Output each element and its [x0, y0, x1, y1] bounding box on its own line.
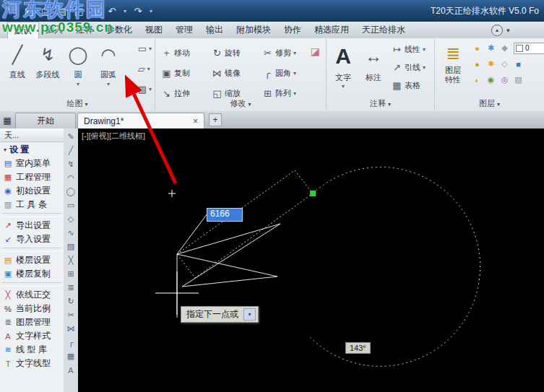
circle-tool[interactable]: ◯ 圆 ▾ — [64, 40, 92, 87]
line-tool[interactable]: ╱ 直线 — [3, 40, 32, 87]
text-icon[interactable]: A — [65, 363, 77, 377]
table-tool[interactable]: ▦ 表格 — [392, 80, 439, 91]
hatch-tool[interactable]: ▨ ▾ — [138, 83, 152, 95]
sidebar-item-project-manage[interactable]: ▦工程管理 — [0, 170, 64, 184]
ribbon-tab-output[interactable]: 输出 — [199, 22, 230, 38]
arc-tool[interactable]: ◠ 圆弧 ▾ — [94, 40, 123, 87]
chevron-down-icon[interactable]: ▾ — [423, 64, 426, 71]
layers-icon[interactable]: ≣ — [65, 281, 77, 295]
sidebar-item-initial-setup[interactable]: ◉初始设置 — [0, 184, 64, 198]
mirror-icon[interactable]: ⋈ — [65, 322, 77, 336]
layer-isolate-icon[interactable]: ◐ — [472, 76, 482, 84]
open-icon[interactable]: ▤ — [55, 4, 69, 18]
sidebar-item-text-style[interactable]: A文字样式 — [0, 329, 64, 343]
dimension-tool[interactable]: ↔ 标注 — [360, 41, 387, 90]
erase-tool[interactable]: ◪ — [311, 45, 320, 57]
undo-icon[interactable]: ↶ — [105, 4, 119, 18]
palette-title[interactable]: 天... — [0, 129, 64, 142]
layer-properties-tool[interactable]: ≣ 图层 特性 — [438, 41, 468, 84]
ribbon-tab-insert[interactable]: 插入 — [39, 22, 69, 38]
sidebar-item-import-settings[interactable]: ↙导入设置 — [0, 232, 64, 246]
chevron-down-icon[interactable]: ▾ — [107, 81, 110, 87]
ellipse-tool[interactable]: ▱ ▾ — [138, 63, 152, 74]
draw-panel-label[interactable]: 绘图▾ — [0, 98, 155, 109]
ribbon-tab-manage[interactable]: 管理 — [169, 22, 199, 38]
fillet-icon[interactable]: ╭ — [65, 336, 77, 349]
layer-freeze-icon[interactable]: ✱ — [486, 43, 496, 53]
table-icon[interactable]: ▦ — [65, 349, 77, 363]
modify-panel-label[interactable]: 修改▾ — [155, 98, 326, 109]
text-tool[interactable]: A 文字 ▾ — [329, 41, 357, 90]
trim-icon[interactable]: ✂ — [65, 308, 77, 322]
layer-unlock-icon[interactable]: ◇ — [500, 59, 509, 69]
trim-tool[interactable]: ✂ 修剪 ▾ — [262, 48, 310, 58]
move-tool[interactable]: + 移动 — [161, 48, 209, 58]
save-icon[interactable]: ◫ — [72, 4, 86, 18]
app-menu-icon[interactable]: ▣ — [22, 4, 36, 18]
chevron-down-icon[interactable]: ▾ — [77, 81, 79, 87]
customize-dropdown-icon[interactable]: ▾ — [147, 4, 155, 18]
layer-select-combo[interactable]: 0 — [514, 43, 544, 54]
layer-walk-icon[interactable]: ◎ — [500, 75, 509, 84]
ribbon-tab-addins[interactable]: 附加模块 — [230, 22, 277, 38]
sidebar-item-ortho-on-line[interactable]: ╳依线正交 — [0, 288, 64, 302]
ribbon-tab-annotate[interactable]: 注释 — [69, 22, 100, 38]
pencil-icon[interactable]: ✎ — [65, 130, 77, 144]
mirror-tool[interactable]: ⋈ 镜像 — [212, 68, 259, 79]
rotate-icon[interactable]: ↻ — [65, 295, 77, 308]
linear-dimension-tool[interactable]: ↦ 线性 ▾ — [392, 44, 439, 55]
new-icon[interactable]: ▢ — [38, 4, 53, 18]
tab-drawing1[interactable]: Drawing1* × — [77, 113, 204, 129]
scale-tool[interactable]: ◱ 缩放 — [212, 88, 259, 99]
fillet-tool[interactable]: ╭ 圆角 ▾ — [262, 68, 310, 79]
undo-dropdown-icon[interactable]: ▾ — [121, 4, 129, 18]
ribbon-collapse-control[interactable]: ▴ ▾ — [491, 22, 510, 38]
polyline-icon[interactable]: ↯ — [65, 157, 77, 171]
polygon-icon[interactable]: ◇ — [65, 212, 77, 226]
line-icon[interactable]: ╱ — [65, 144, 77, 157]
layers-panel-label[interactable]: 图层▾ — [435, 98, 544, 109]
sidebar-item-layer-manage[interactable]: ≣图层管理 — [0, 315, 64, 329]
copy-tool[interactable]: ▣ 复制 — [161, 68, 209, 79]
sidebar-item-export-settings[interactable]: ↗导出设置 — [0, 219, 64, 232]
circle-icon[interactable]: ◯ — [65, 185, 77, 199]
prompt-options-icon[interactable]: ▾ — [243, 308, 256, 321]
chevron-down-icon[interactable]: ▾ — [293, 90, 296, 97]
array-icon[interactable]: ⊞ — [65, 267, 77, 281]
rectangle-tool[interactable]: ▭ ▾ — [138, 43, 152, 54]
dynamic-input-field[interactable]: 6166 — [207, 208, 243, 222]
new-tab-button[interactable]: + — [209, 113, 222, 126]
chevron-down-icon[interactable]: ▾ — [147, 66, 150, 72]
ribbon-tab-featured-apps[interactable]: 精选应用 — [308, 22, 355, 38]
chevron-down-icon[interactable]: ▾ — [423, 46, 426, 53]
annotate-panel-label[interactable]: 注释▾ — [327, 98, 434, 109]
polyline-tool[interactable]: ↯ 多段线 — [33, 40, 62, 87]
layer-color-icon[interactable]: ■ — [514, 60, 523, 69]
redo-icon[interactable]: ↷ — [131, 4, 145, 18]
chevron-down-icon[interactable]: ▾ — [506, 27, 510, 34]
chevron-down-icon[interactable]: ▾ — [149, 86, 152, 92]
leader-tool[interactable]: ↗ 引线 ▾ — [392, 62, 439, 73]
sidebar-item-toolbar[interactable]: ▥工 具 条 — [0, 198, 64, 212]
ribbon-tab-collaborate[interactable]: 协作 — [277, 22, 308, 38]
layer-match-icon[interactable]: ◉ — [486, 75, 496, 84]
sidebar-item-floor-copy[interactable]: ▣楼层复制 — [0, 267, 64, 281]
model-grid-icon[interactable]: ▦ — [1, 114, 13, 127]
layer-on-icon[interactable]: ● — [472, 44, 482, 53]
layer-thaw-icon[interactable]: ✱ — [486, 59, 496, 69]
array-tool[interactable]: ⊞ 阵列 ▾ — [262, 88, 310, 99]
rectangle-icon[interactable]: ▭ — [65, 199, 77, 212]
chevron-down-icon[interactable]: ▾ — [293, 50, 296, 56]
close-icon[interactable]: × — [193, 116, 198, 126]
sidebar-item-current-scale[interactable]: %当前比例 — [0, 302, 64, 315]
tab-start[interactable]: 开始 — [15, 113, 76, 129]
ribbon-tab-view[interactable]: 视图 — [139, 22, 169, 38]
menu-group-settings[interactable]: ▾ 设 置 — [0, 142, 64, 157]
erase-icon[interactable]: ╳ — [65, 253, 77, 267]
layer-lock-icon[interactable]: ◆ — [500, 43, 509, 53]
ribbon-tab-tianzheng[interactable]: 天正给排水 — [355, 22, 412, 38]
sidebar-item-linetype-library[interactable]: ≋线 型 库 — [0, 343, 64, 357]
chevron-down-icon[interactable]: ▾ — [342, 83, 345, 90]
ribbon-collapse-icon[interactable]: ▴ — [491, 25, 503, 36]
ribbon-tab-parametric[interactable]: 参数化 — [100, 22, 139, 38]
